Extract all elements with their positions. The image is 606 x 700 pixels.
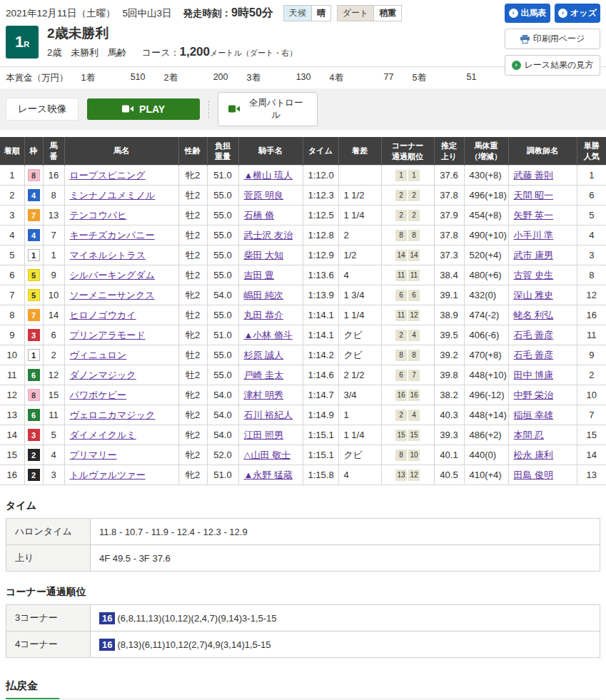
corner-position-box: 11 <box>395 310 407 321</box>
horse-name-link[interactable]: マイネルシトラス <box>70 250 146 260</box>
horse-name-link[interactable]: ヴィニュロン <box>70 350 127 360</box>
entry-list-button[interactable]: ›出馬表 <box>505 4 550 23</box>
margin: 1 3/4 <box>338 285 381 305</box>
last-3f-time: 39.2 <box>434 345 464 365</box>
corner-position-box: 8 <box>395 450 407 461</box>
win-favorite-rank: 14 <box>577 445 606 465</box>
finish-time: 1:15.1 <box>303 445 338 465</box>
prize-amount: 130 <box>296 72 311 84</box>
finish-time: 1:13.6 <box>303 265 338 285</box>
jockey-link[interactable]: 津村 明秀 <box>244 390 284 400</box>
trainer-link[interactable]: 石毛 善彦 <box>514 350 554 360</box>
sex-age: 牡2 <box>178 345 207 365</box>
horse-body-weight: 440(0) <box>464 445 508 465</box>
horse-name-link[interactable]: ダイメイクルミ <box>70 430 136 440</box>
carried-weight: 55.0 <box>207 206 238 225</box>
trainer-link[interactable]: 稲垣 幸雄 <box>514 410 554 420</box>
frame-number: 6 <box>28 409 40 421</box>
jockey-link[interactable]: △山田 敬士 <box>244 450 291 460</box>
horse-name-link[interactable]: シルバーキングダム <box>70 270 155 280</box>
horse-name-cell: ヒロノゴウカイ <box>64 305 178 325</box>
patrol-video-button[interactable]: 全周パトロール <box>218 92 318 126</box>
trainer-link[interactable]: 小手川 準 <box>514 230 554 240</box>
prize-items: 1着5102着2003着1304着775着51 <box>81 72 495 84</box>
horse-name-link[interactable]: テンコウバヒ <box>70 210 127 220</box>
jockey-link[interactable]: 江田 照男 <box>244 430 284 440</box>
corner-order-cell: 1616 <box>381 385 434 405</box>
jockey-link[interactable]: 丸田 恭介 <box>244 310 284 320</box>
horse-name-link[interactable]: ロープスピニング <box>70 170 146 181</box>
race-condition-text: 2歳 未勝利 馬齢 <box>47 47 126 58</box>
trainer-link[interactable]: 蛯名 利弘 <box>514 310 554 320</box>
trainer-link[interactable]: 松永 康利 <box>514 450 554 460</box>
horse-name-link[interactable]: プリンアラモード <box>70 330 146 340</box>
horse-name-cell: シルバーキングダム <box>64 265 178 285</box>
time-row-label: ハロンタイム <box>6 519 91 545</box>
jockey-link[interactable]: 嶋田 純次 <box>244 290 284 300</box>
win-favorite-rank: 8 <box>577 265 606 285</box>
trainer-link[interactable]: 古賀 史生 <box>514 270 554 280</box>
frame-number: 2 <box>28 449 40 461</box>
horse-name-link[interactable]: パワポケビー <box>70 390 127 400</box>
jockey-link[interactable]: 菅原 明良 <box>244 190 284 201</box>
horse-number: 3 <box>43 465 64 485</box>
horse-name-link[interactable]: ヴェロニカマジック <box>70 410 156 420</box>
prize-amount: 51 <box>467 72 477 84</box>
jockey-cell: 嶋田 純次 <box>238 285 303 305</box>
play-button[interactable]: PLAY <box>87 98 200 120</box>
horse-number: 16 <box>43 166 64 186</box>
frame-number: 8 <box>28 389 40 401</box>
horse-body-weight: 486(+2) <box>464 425 508 445</box>
jockey-link[interactable]: 吉田 豊 <box>244 270 275 280</box>
last-3f-time: 37.8 <box>434 186 464 206</box>
start-time-value: 9時50分 <box>231 6 273 21</box>
horse-name-link[interactable]: トルヴァルツァー <box>70 470 146 480</box>
horse-name-link[interactable]: ダノンマジック <box>70 370 136 380</box>
print-page-button[interactable]: 印刷用ページ <box>505 29 600 49</box>
horse-name-link[interactable]: ミンナノユメミノル <box>70 190 156 201</box>
margin: 4 <box>338 465 381 485</box>
result-guide-button[interactable]: › レース結果の見方 <box>505 55 600 76</box>
horse-name-link[interactable]: キーチズカンパニー <box>70 230 155 240</box>
trainer-link[interactable]: 石毛 善彦 <box>514 330 554 340</box>
jockey-link[interactable]: 石橋 脩 <box>244 210 275 220</box>
horse-name-link[interactable]: プリマリー <box>70 450 117 460</box>
trainer-link[interactable]: 深山 雅史 <box>514 290 554 300</box>
jockey-link[interactable]: 戸崎 圭太 <box>244 370 284 380</box>
trainer-link[interactable]: 矢野 英一 <box>514 210 554 220</box>
horse-name-link[interactable]: ヒロノゴウカイ <box>70 310 136 320</box>
jockey-link[interactable]: 石川 裕紀人 <box>244 410 293 420</box>
track-value: 稍重 <box>374 6 401 21</box>
jockey-link[interactable]: 杉原 誠人 <box>244 350 284 360</box>
race-video-button[interactable]: レース映像 <box>6 98 79 121</box>
corner-row: 3コーナー16(6,8,11,13)(10,12)(2,4,7)(9,14)3-… <box>6 605 600 631</box>
horse-name-cell: キーチズカンパニー <box>64 225 178 245</box>
race-result-page: ›出馬表›オッズ 印刷用ページ › レース結果の見方 2021年12月11日（土… <box>0 0 606 700</box>
frame-cell: 2 <box>24 445 43 465</box>
jockey-link[interactable]: ▲小林 脩斗 <box>244 330 293 340</box>
trainer-link[interactable]: 天間 昭一 <box>514 190 554 201</box>
horse-name-link[interactable]: ソーメニーサンクス <box>70 290 155 300</box>
trainer-link[interactable]: 武市 康男 <box>514 250 554 260</box>
trainer-link[interactable]: 本間 忍 <box>514 430 545 440</box>
time-row-label: 上り <box>6 545 91 572</box>
horse-name-cell: ダノンマジック <box>64 365 178 385</box>
trainer-link[interactable]: 武藤 善則 <box>514 170 554 181</box>
trainer-link[interactable]: 田島 俊明 <box>514 470 554 480</box>
jockey-cell: 杉原 誠人 <box>238 345 303 365</box>
corner-row-value: 16(6,8,11,13)(10,12)(2,4,7)(9,14)3-1,5-1… <box>91 605 600 631</box>
frame-cell: 5 <box>24 285 43 305</box>
camera-icon <box>122 105 133 113</box>
odds-button[interactable]: ›オッズ <box>555 4 600 23</box>
jockey-link[interactable]: ▲横山 琉人 <box>244 170 293 181</box>
trainer-link[interactable]: 中野 栄治 <box>514 390 554 400</box>
race-number: 1 <box>15 33 24 51</box>
carried-weight: 51.0 <box>207 465 238 485</box>
trainer-link[interactable]: 田中 博康 <box>514 370 554 380</box>
time-section-title: タイム <box>6 499 600 512</box>
results-table: 着順枠馬 番馬名性齢負担 重量騎手名タイム着差コーナー 通過順位推定 上り馬体重… <box>0 137 606 486</box>
jockey-link[interactable]: 柴田 大知 <box>244 250 284 260</box>
jockey-link[interactable]: 武士沢 友治 <box>244 230 293 240</box>
time-row: ハロンタイム11.8 - 10.7 - 11.9 - 12.4 - 12.3 -… <box>6 519 600 545</box>
jockey-link[interactable]: ▲永野 猛蔵 <box>244 470 293 480</box>
